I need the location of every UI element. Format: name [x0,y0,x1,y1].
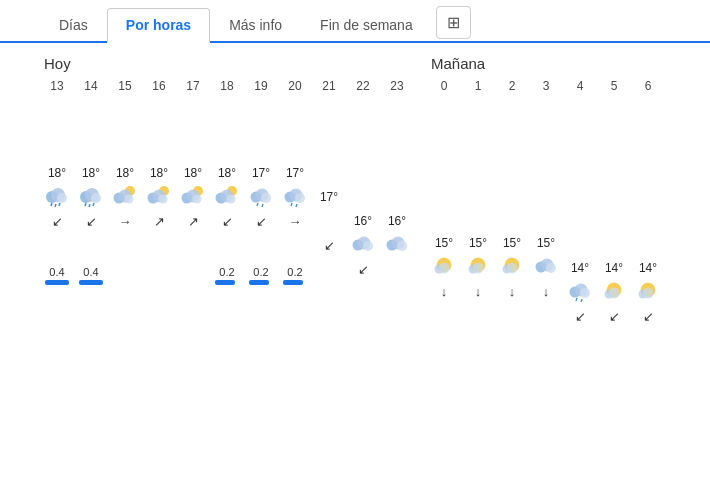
col-2: 2 15° ↓ [495,76,529,373]
wind-3: ↓ [543,280,550,302]
svg-point-55 [546,263,556,273]
wind-19: ↙ [256,210,267,232]
col-18: 18 18° ↙ 0.2 [210,76,244,326]
wind-20: → [289,210,302,232]
hour-2: 2 [509,76,516,96]
svg-point-30 [261,193,271,203]
svg-point-58 [580,288,590,298]
temp-23: 16° [388,204,406,228]
svg-point-43 [397,241,407,251]
col-16: 16 18° ↗ [142,76,176,326]
col-1: 1 15° ↓ [461,76,495,373]
icon-4 [567,275,593,305]
bar-13 [45,280,69,285]
svg-line-60 [581,299,582,302]
temp-0: 15° [435,226,453,250]
hour-22: 22 [356,76,369,96]
hour-16: 16 [152,76,165,96]
temp-13: 18° [48,156,66,180]
hour-17: 17 [186,76,199,96]
temp-22: 16° [354,204,372,228]
wind-0: ↓ [441,280,448,302]
tab-mas-info[interactable]: Más info [210,8,301,41]
icon-3 [533,250,559,280]
svg-point-15 [125,195,134,204]
bar-16 [147,280,171,285]
temp-20: 17° [286,156,304,180]
wind-18: ↙ [222,210,233,232]
hour-18: 18 [220,76,233,96]
icon-0 [431,250,457,280]
prec-14: 0.4 [83,262,98,278]
svg-point-8 [91,193,101,203]
svg-line-32 [262,204,263,207]
icon-20 [282,180,308,210]
prec-19: 0.2 [253,262,268,278]
temp-6: 14° [639,251,657,275]
wind-17: ↗ [188,210,199,232]
col-13: 13 18° ↙ [40,76,74,326]
section-manana: Mañana 0 15° ↓ [427,55,665,373]
manana-columns: 0 15° ↓ [427,76,665,373]
col-5: 5 14° ↙ [597,76,631,373]
app-container: Días Por horas Más info Fin de semana ⊞ … [0,0,710,383]
svg-point-46 [439,263,450,274]
icon-19 [248,180,274,210]
tab-por-horas[interactable]: Por horas [107,8,210,43]
main-content: Hoy 13 18° [0,43,710,383]
prec-13: 0.4 [49,262,64,278]
svg-point-63 [609,288,620,299]
svg-point-19 [159,195,168,204]
hour-5: 5 [611,76,618,96]
svg-line-36 [291,203,292,206]
temp-4: 14° [571,251,589,275]
svg-point-2 [57,193,67,203]
hour-14: 14 [84,76,97,96]
svg-point-66 [643,288,654,299]
svg-line-37 [296,204,297,207]
tab-dias[interactable]: Días [40,8,107,41]
temp-14: 18° [82,156,100,180]
svg-line-31 [257,203,258,206]
temp-2: 15° [503,226,521,250]
wind-4: ↙ [575,305,586,327]
wind-2: ↓ [509,280,516,302]
bar-19 [249,280,273,285]
svg-line-11 [93,203,94,206]
col-15: 15 18° → [108,76,142,326]
col-22: 22 16° ↙ [346,76,380,326]
tab-calendar[interactable]: ⊞ [436,6,471,39]
bar-14 [79,280,103,285]
hour-3: 3 [543,76,550,96]
icon-2 [499,250,525,280]
temp-1: 15° [469,226,487,250]
col-21: 21 17° ↙ [312,76,346,326]
hour-4: 4 [577,76,584,96]
hoy-columns: 13 18° ↙ [40,76,414,326]
svg-point-40 [363,241,373,251]
wind-5: ↙ [609,305,620,327]
bar-18 [215,280,239,285]
hoy-label: Hoy [40,55,414,72]
hour-19: 19 [254,76,267,96]
svg-line-9 [85,203,86,206]
col-17: 17 18° ↗ [176,76,210,326]
col-23: 23 16° [380,76,414,326]
tab-fin-semana[interactable]: Fin de semana [301,8,432,41]
col-14: 14 18° ↙ [74,76,108,326]
icon-17 [180,180,206,210]
wind-21: ↙ [324,234,335,256]
section-hoy: Hoy 13 18° [40,55,414,326]
icon-22 [350,228,376,258]
icon-14 [78,180,104,210]
temp-19: 17° [252,156,270,180]
col-3: 3 15° ↓ [529,76,563,373]
icon-23 [384,228,410,258]
icon-18 [214,180,240,210]
temp-15: 18° [116,156,134,180]
hour-0: 0 [441,76,448,96]
temp-3: 15° [537,226,555,250]
hour-1: 1 [475,76,482,96]
icon-1 [465,250,491,280]
bar-20 [283,280,307,285]
